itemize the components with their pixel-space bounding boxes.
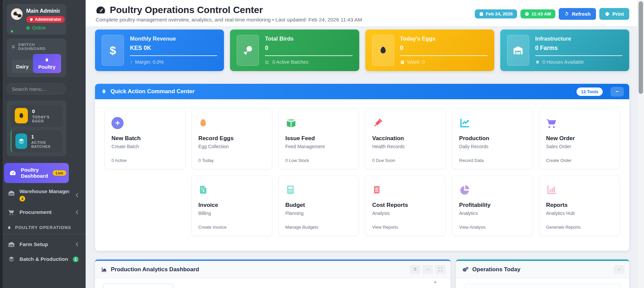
chart-line-icon [265, 60, 270, 64]
action-card-vaccination[interactable]: Vaccination Health Records 0 Due Soon [365, 109, 446, 169]
operations-today-panel: Operations Today − [456, 260, 629, 288]
gauge-icon [9, 170, 16, 176]
panel-expand-button[interactable] [435, 265, 446, 274]
profile-name: Main Administrator [26, 8, 60, 14]
cart-icon [546, 117, 557, 129]
syringe-icon [372, 117, 383, 129]
chevron-left-icon [76, 242, 78, 246]
warehouse-icon [8, 190, 15, 196]
cart-icon [8, 209, 15, 216]
layers-icon [15, 133, 27, 149]
profile-card: Main Administrator Administrator Online [7, 4, 66, 35]
warehouse-icon [507, 35, 529, 66]
quick-action-title: Quick Action Command Center [110, 88, 573, 95]
sidebar-stats-card: 0 TODAY'S EGGS 1 ACTIVE BATCHES [7, 101, 66, 156]
chevron-left-icon [76, 210, 78, 214]
tools-count-badge: 12 Tools [577, 88, 603, 96]
chart-area-icon [101, 267, 107, 273]
stat-card-total-birds: Total Birds 0 0 Active Batches [230, 30, 359, 71]
date-badge: Feb 24, 2026 [475, 9, 517, 18]
open-box-icon [285, 117, 297, 129]
search-input[interactable] [7, 83, 66, 94]
quick-action-header: Quick Action Command Center 12 Tools − [95, 84, 629, 99]
action-card-budget[interactable]: Budget Planning Manage Budgets [278, 175, 359, 236]
chevron-left-icon [76, 257, 78, 261]
collapse-button[interactable]: − [610, 87, 624, 97]
drumstick-icon [237, 35, 259, 66]
shield-icon [30, 18, 33, 21]
action-card-invoice[interactable]: $ Invoice Billing Create Invoice [191, 175, 272, 236]
time-badge: 11:43 AM [520, 9, 555, 18]
operations-list-placeholder [464, 284, 621, 288]
sidebar-item-poultry-dashboard[interactable]: Poultry Dashboard Live [4, 163, 69, 183]
calculator-icon [285, 184, 295, 195]
egg-icon [45, 57, 49, 63]
calendar-icon [400, 60, 405, 64]
caret-up-icon: ▲ [433, 280, 437, 284]
refresh-button[interactable]: Refresh [559, 8, 596, 20]
sidebar-item-procurement[interactable]: Procurement [0, 205, 86, 220]
chart-line-icon [459, 117, 470, 129]
panel-collapse-button[interactable]: − [614, 265, 625, 274]
scrollbar-thumb[interactable] [639, 1, 643, 94]
sidebar: Main Administrator Administrator Online … [0, 0, 86, 288]
print-button[interactable]: Print [599, 8, 629, 20]
action-card-profitability[interactable]: Profitability Analytics View Analysis [452, 175, 533, 236]
gears-icon [462, 267, 469, 273]
sidebar-item-warehouse-management[interactable]: Warehouse Management 4 [0, 185, 86, 205]
svg-text:$: $ [202, 189, 204, 193]
chart-pie-icon [459, 184, 470, 195]
panel-collapse-button[interactable]: − [422, 265, 433, 274]
count-badge: 4 [19, 196, 25, 201]
chevron-left-icon [76, 193, 78, 197]
online-status: Online [26, 25, 62, 31]
stat-card-monthly-revenue: $ Monthly Revenue KES 0K ↑Margin: 0.0% [95, 30, 224, 71]
printer-icon [605, 11, 610, 16]
refresh-icon [564, 11, 569, 16]
egg-icon [198, 117, 208, 129]
arrow-up-icon: ↑ [130, 59, 132, 65]
sidebar-item-batch-production[interactable]: Batch & Production 1 [0, 252, 86, 267]
circle-plus-icon: + [111, 117, 124, 129]
layers-icon [8, 256, 15, 263]
chart-filter-select[interactable] [103, 284, 174, 288]
switch-option-poultry[interactable]: Poultry [33, 54, 61, 73]
home-icon [535, 60, 540, 64]
rocket-icon [101, 89, 107, 95]
avatar [11, 8, 23, 20]
page-scrollbar[interactable] [637, 0, 644, 288]
swap-arrows-icon [11, 44, 16, 49]
action-card-issue-feed[interactable]: Issue Feed Feed Management 0 Low Stock [278, 109, 359, 169]
action-card-cost-reports[interactable]: Cost Reports Analysis View Reports [365, 175, 446, 236]
role-badge: Administrator [26, 16, 65, 23]
main-area: Poultry Operations Control Center Comple… [86, 0, 644, 288]
warehouse-icon [8, 241, 15, 248]
sidebar-item-farm-setup[interactable]: Farm Setup [0, 237, 86, 252]
action-card-new-batch[interactable]: + New Batch Create Batch 0 Active [104, 109, 185, 169]
panel-refresh-button[interactable] [410, 265, 420, 274]
switch-option-dairy[interactable]: Dairy [12, 60, 33, 73]
panel-title: Operations Today [472, 266, 610, 273]
panel-title: Production Analytics Dashboard [111, 266, 406, 273]
stat-card-todays-eggs: Today's Eggs 0 Week: 0 [365, 30, 494, 71]
action-card-production[interactable]: Production Daily Records Record Data [452, 109, 533, 169]
section-poultry-operations: POULTRY OPERATIONS [0, 220, 86, 233]
switch-dashboard-label: SWITCH DASHBOARD [11, 43, 62, 51]
gauge-icon [96, 6, 106, 15]
action-card-record-eggs[interactable]: Record Eggs Egg Collection 0 Today [191, 109, 272, 169]
egg-icon [15, 108, 28, 123]
egg-icon [372, 35, 394, 66]
chart-column-icon [546, 184, 557, 195]
stat-card-infrastructure: Infrastructure 0 Farms 0 Houses Availabl… [500, 30, 629, 71]
live-badge: Live [53, 170, 66, 176]
quick-action-panel: Quick Action Command Center 12 Tools − +… [95, 84, 629, 251]
production-analytics-panel: Production Analytics Dashboard − ▲ [95, 260, 451, 288]
action-card-new-order[interactable]: New Order Sales Order Create Order [539, 109, 620, 169]
divider [0, 234, 86, 234]
action-card-reports[interactable]: Reports Analytics Hub Generate Reports [539, 175, 620, 236]
egg-icon [7, 225, 11, 230]
page-header: Poultry Operations Control Center Comple… [86, 0, 644, 26]
receipt-icon [372, 184, 381, 195]
file-invoice-icon: $ [198, 184, 208, 195]
page-title: Poultry Operations Control Center [110, 5, 263, 15]
